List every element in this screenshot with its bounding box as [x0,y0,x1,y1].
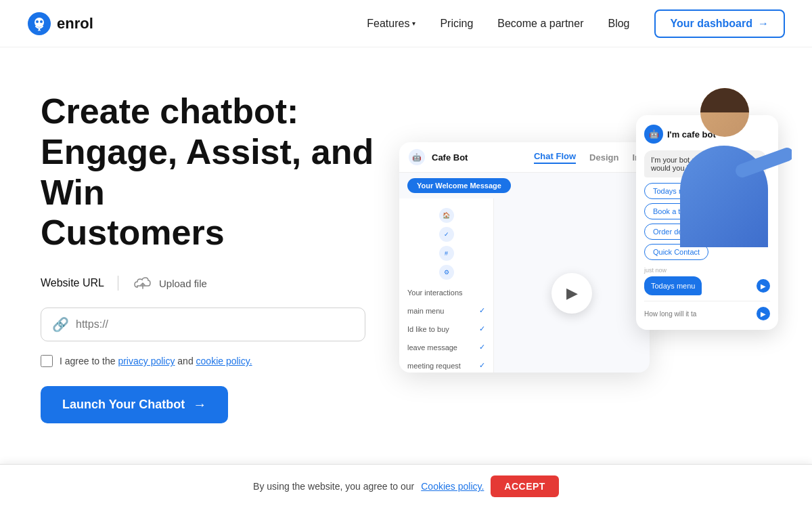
welcome-message-node: Your Welcome Message [399,173,650,198]
list-item[interactable]: Id like to buy ✓ [399,320,493,338]
send-icon: ▶ [757,279,770,293]
dashboard-button[interactable]: Your dashboard → [654,9,786,38]
list-item[interactable]: leave message ✓ [399,338,493,356]
agree-checkbox[interactable] [41,355,53,367]
settings-icon: ⚙ [439,265,454,280]
list-item[interactable]: Your interactions [399,284,493,301]
interaction-list: 🏠 ✓ # ⚙ Your interactions main menu ✓ Id [399,198,494,373]
check-mark: ✓ [479,361,485,370]
chat-flow-tab[interactable]: Chat Flow [534,151,576,164]
privacy-link[interactable]: privacy policy [118,356,175,366]
play-button[interactable]: ▶ [551,273,592,314]
mockup-container: 🤖 Cafe Bot Chat Flow Design In Your Welc… [399,115,778,386]
website-url-label: Website URL [41,277,104,289]
user-reply-bubble: Todays menu [644,276,702,295]
cookie-policy-link[interactable]: cookie policy. [196,356,252,366]
mockup-content-area: ▶ [494,198,650,373]
cookies-policy-link[interactable]: Cookies policy. [421,481,484,492]
check-icon: ✓ [439,227,454,242]
dashboard-arrow-icon: → [758,18,769,30]
link-icon: 🔗 [52,316,69,333]
hero-heading: Create chatbot: Engage, Assist, and Win … [41,91,392,253]
launch-arrow-icon: → [193,397,206,412]
list-item[interactable]: main menu ✓ [399,301,493,320]
chat-send-button[interactable]: ▶ [757,307,770,320]
checkbox-row: I agree to the privacy policy and cookie… [41,355,392,367]
hero-left: Create chatbot: Engage, Assist, and Win … [41,91,392,423]
cookie-banner: By using the website, you agree to our C… [0,464,812,508]
launch-button[interactable]: Launch Your Chatbot → [41,386,228,423]
hero-right: 🤖 Cafe Bot Chat Flow Design In Your Welc… [392,115,785,400]
upload-area[interactable]: Upload file [132,275,207,291]
mockup-header: 🤖 Cafe Bot Chat Flow Design In [399,142,650,173]
cookie-text: By using the website, you agree to our [253,481,414,492]
features-caret-icon: ▾ [412,20,415,27]
upload-label: Upload file [159,278,207,289]
hero-section: Create chatbot: Engage, Assist, and Win … [0,47,812,454]
mockup-sidebar: 🏠 ✓ # ⚙ Your interactions main menu ✓ Id [399,198,650,373]
nav-blog[interactable]: Blog [608,18,629,30]
cookie-accept-button[interactable]: ACCEPT [491,475,559,497]
nav-features[interactable]: Features ▾ [367,18,415,30]
check-mark: ✓ [479,324,485,333]
checkbox-label: I agree to the privacy policy and cookie… [60,356,252,366]
list-item[interactable]: meeting request ✓ [399,356,493,373]
tag-icon: # [439,246,454,261]
welcome-chip: Your Welcome Message [407,178,511,193]
bot-name: Cafe Bot [432,152,468,163]
nav-links: Features ▾ Pricing Become a partner Blog… [367,9,785,38]
svg-point-3 [40,20,43,23]
hero-input-row: Website URL Upload file [41,275,392,291]
chat-input-row: ▶ [644,301,770,320]
logo-text: enrol [57,15,93,33]
url-input[interactable] [76,318,354,331]
mockup-main-panel: 🤖 Cafe Bot Chat Flow Design In Your Welc… [399,142,650,373]
divider [118,276,118,291]
logo[interactable]: enrol [27,12,93,36]
chat-input[interactable] [644,310,752,318]
check-mark: ✓ [479,306,485,315]
person-illustration [656,78,792,247]
home-icon: 🏠 [439,208,454,223]
design-tab[interactable]: Design [589,152,618,163]
url-input-box: 🔗 [41,308,365,341]
svg-point-1 [35,18,44,27]
bot-avatar-small: 🤖 [409,149,425,165]
check-mark: ✓ [479,343,485,352]
chat-timestamp: just now [644,267,770,274]
svg-point-2 [36,20,39,23]
nav-partner[interactable]: Become a partner [497,18,583,30]
navbar: enrol Features ▾ Pricing Become a partne… [0,0,812,47]
nav-pricing[interactable]: Pricing [440,18,473,30]
